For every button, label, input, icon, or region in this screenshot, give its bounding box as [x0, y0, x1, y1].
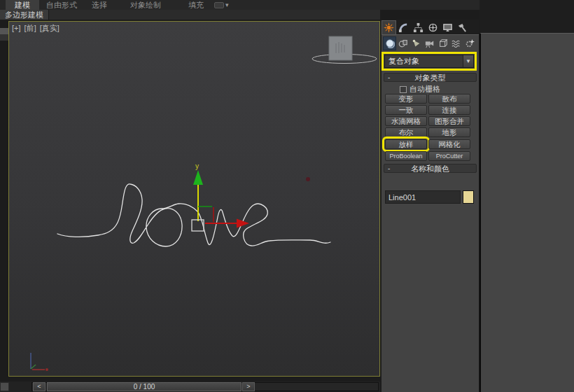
ribbon-tab-populate[interactable]: 填充	[183, 0, 209, 10]
dropdown-arrow-icon[interactable]: ▼	[463, 55, 473, 67]
utilities-icon	[457, 22, 468, 33]
subcategory-dropdown[interactable]: 复合对象 ▼	[384, 55, 474, 68]
systems-icon	[465, 38, 475, 48]
collapse-icon: -	[388, 164, 390, 173]
ribbon-config-button[interactable]: ▾	[214, 1, 229, 9]
timeline-corner-box	[0, 382, 9, 391]
terrain-button[interactable]: 地形	[428, 127, 470, 137]
systems-category-button[interactable]	[463, 36, 476, 50]
viewport-front[interactable]: [+] [前] [真实] y	[8, 21, 380, 377]
modify-icon	[398, 22, 409, 33]
spacewarps-category-button[interactable]	[449, 36, 463, 50]
geometry-icon	[385, 38, 395, 48]
hierarchy-tab[interactable]	[411, 20, 426, 34]
ribbon-tab-selection[interactable]: 选择	[85, 0, 113, 10]
right-panel-gap	[479, 0, 574, 33]
time-slider-thumb[interactable]: 0 / 100	[47, 382, 241, 391]
subcategory-dropdown-value: 复合对象	[385, 56, 463, 66]
cameras-category-button[interactable]	[423, 36, 436, 50]
connect-button[interactable]: 连接	[428, 105, 470, 115]
blobmesh-button[interactable]: 水滴网格	[385, 116, 427, 126]
lights-icon	[412, 38, 421, 48]
shapemerge-button[interactable]: 图形合并	[428, 116, 470, 126]
ribbon-panel-bar: 多边形建模	[0, 10, 380, 20]
autogrid-checkbox[interactable]	[400, 86, 407, 93]
shapes-category-button[interactable]	[396, 36, 410, 50]
modify-tab[interactable]	[396, 20, 411, 34]
name-color-rollout-header[interactable]: - 名称和颜色	[384, 164, 477, 173]
scatter-button[interactable]: 散布	[428, 94, 470, 104]
scene-cube-object[interactable]	[329, 36, 352, 60]
helpers-icon	[438, 38, 448, 48]
procutter-button[interactable]: ProCutter	[428, 151, 470, 161]
previous-frame-button[interactable]: <	[33, 382, 46, 391]
y-axis-arrowhead[interactable]	[193, 170, 203, 185]
scene-red-marker	[306, 177, 310, 181]
create-categories	[383, 36, 477, 50]
object-type-rollout-title: 对象类型	[384, 74, 476, 82]
proboolean-button[interactable]: ProBoolean	[385, 151, 427, 161]
spacewarps-icon	[451, 38, 461, 48]
chevron-down-icon: ▾	[225, 1, 229, 8]
motion-tab[interactable]	[426, 20, 440, 34]
morph-button[interactable]: 变形	[385, 94, 427, 104]
love-spline[interactable]	[57, 184, 330, 246]
mesher-button[interactable]: 网格化	[428, 139, 470, 149]
display-tab[interactable]	[440, 20, 455, 34]
ribbon-tab-freeform[interactable]: 自由形式	[39, 0, 84, 10]
lights-category-button[interactable]	[410, 36, 423, 50]
motion-icon	[428, 22, 438, 33]
command-panel-tabs	[382, 20, 479, 34]
ribbon-tab-modeling[interactable]: 建模	[6, 0, 39, 10]
left-toolbar-fragment	[0, 28, 8, 41]
autogrid-label: 自动栅格	[410, 84, 440, 94]
hierarchy-icon	[413, 22, 424, 33]
name-color-rollout-title: 名称和颜色	[384, 164, 476, 173]
create-icon	[384, 22, 394, 33]
cameras-icon	[425, 38, 435, 48]
display-icon	[442, 22, 453, 33]
collapse-icon: -	[388, 74, 390, 82]
utilities-tab[interactable]	[455, 20, 470, 34]
create-tab[interactable]	[382, 20, 396, 34]
next-frame-button[interactable]: >	[242, 382, 255, 391]
object-color-swatch[interactable]	[463, 190, 474, 204]
ribbon-config-icon	[214, 2, 224, 8]
loft-button[interactable]: 放样	[385, 139, 427, 149]
ribbon-tab-objectpaint[interactable]: 对象绘制	[126, 0, 165, 10]
viewport-scene: y	[9, 22, 379, 376]
geometry-category-button[interactable]	[383, 36, 396, 50]
3dsmax-window: 建模 自由形式 选择 对象绘制 填充 ▾ 多边形建模 [+] [前] [真实]	[0, 0, 574, 392]
time-slider-bar: < 0 / 100 >	[0, 382, 380, 392]
autogrid-row: 自动栅格	[400, 84, 440, 94]
command-panel: 复合对象 ▼ - 对象类型 自动栅格 变形 散布 一致 连接 水滴网格 图形合并…	[382, 34, 479, 392]
y-axis-label: y	[195, 162, 199, 170]
conform-button[interactable]: 一致	[385, 105, 427, 115]
object-name-input[interactable]	[385, 190, 461, 204]
boolean-button[interactable]: 布尔	[385, 127, 427, 137]
command-panel-empty-column	[479, 33, 574, 392]
shapes-icon	[398, 38, 408, 48]
ribbon-panel-polygon-modeling[interactable]: 多边形建模	[0, 10, 49, 20]
transform-gizmo[interactable]: y	[192, 162, 249, 231]
world-axis-tripod	[31, 353, 48, 371]
helpers-category-button[interactable]	[436, 36, 449, 50]
object-type-rollout-header[interactable]: - 对象类型	[384, 73, 477, 82]
